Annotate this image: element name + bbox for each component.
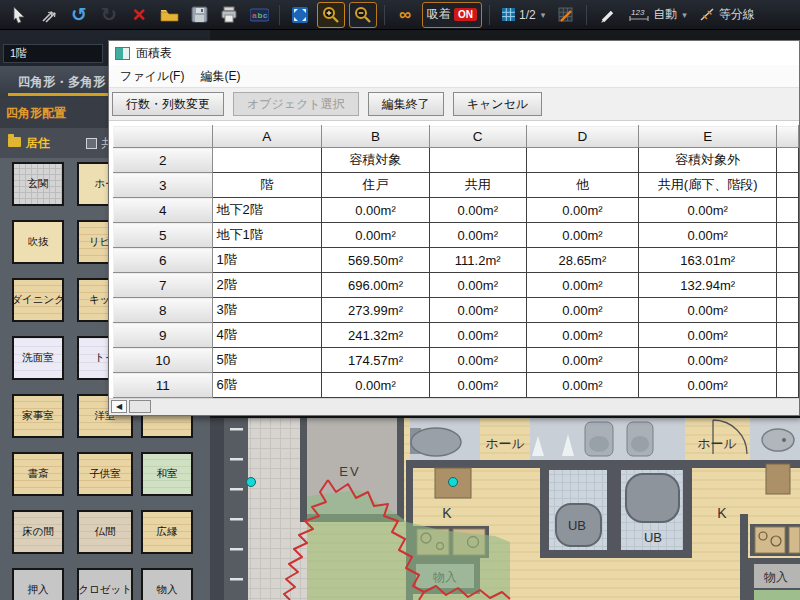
table-cell[interactable]: 174.57m² <box>322 348 430 373</box>
column-header[interactable]: C <box>429 126 526 148</box>
row-header[interactable]: 5 <box>114 223 213 248</box>
table-cell[interactable] <box>526 148 639 173</box>
table-cell[interactable]: 地下2階 <box>212 198 322 223</box>
snap-toggle-button[interactable]: 吸着 ON <box>422 2 482 28</box>
table-cell[interactable]: 共用 <box>429 173 526 198</box>
area-table[interactable]: ABCDE2容積対象容積対象外3階住戸共用他共用(廊下、階段)4地下2階0.00… <box>113 125 799 398</box>
table-cell[interactable]: 0.00m² <box>526 198 639 223</box>
table-cell[interactable]: 3階 <box>212 298 322 323</box>
snap-point[interactable] <box>247 478 256 487</box>
table-cell[interactable]: 0.00m² <box>429 373 526 398</box>
table-cell-partial[interactable] <box>777 173 799 198</box>
table-cell-partial[interactable] <box>777 248 799 273</box>
select-cursor-icon[interactable] <box>6 3 32 27</box>
fit-view-icon[interactable] <box>287 3 313 27</box>
table-cell[interactable]: 241.32m² <box>322 323 430 348</box>
dialog-button[interactable]: 行数・列数変更 <box>112 92 224 116</box>
table-cell[interactable]: 111.2m² <box>429 248 526 273</box>
table-cell[interactable]: 共用(廊下、階段) <box>639 173 777 198</box>
undo-icon[interactable]: ↺ <box>66 3 92 27</box>
table-cell[interactable]: 132.94m² <box>639 273 777 298</box>
table-cell-partial[interactable] <box>777 273 799 298</box>
row-header[interactable]: 9 <box>114 323 213 348</box>
table-cell[interactable]: 5階 <box>212 348 322 373</box>
table-cell[interactable]: 0.00m² <box>639 348 777 373</box>
column-header[interactable]: D <box>526 126 639 148</box>
column-header[interactable]: A <box>212 126 322 148</box>
room-button[interactable]: 子供室 <box>77 452 133 496</box>
row-header[interactable]: 6 <box>114 248 213 273</box>
dialog-titlebar[interactable]: 面積表 <box>109 41 799 65</box>
table-cell[interactable]: 容積対象 <box>322 148 430 173</box>
continuous-mode-icon[interactable]: ∞ <box>392 3 418 27</box>
scroll-thumb[interactable] <box>129 400 151 413</box>
table-cell-partial[interactable] <box>777 198 799 223</box>
table-cell[interactable]: 569.50m² <box>322 248 430 273</box>
room-button[interactable]: クロゼット <box>77 568 133 600</box>
table-cell-partial[interactable] <box>777 298 799 323</box>
divider-line-dropdown[interactable]: 等分線 ▾ <box>695 3 800 27</box>
room-button[interactable]: ダイニング <box>12 278 64 322</box>
row-header[interactable]: 11 <box>114 373 213 398</box>
table-cell[interactable]: 0.00m² <box>429 198 526 223</box>
row-header[interactable]: 4 <box>114 198 213 223</box>
table-cell[interactable]: 0.00m² <box>526 273 639 298</box>
corner-cell[interactable] <box>114 126 213 148</box>
table-cell-partial[interactable] <box>777 223 799 248</box>
table-cell[interactable] <box>212 148 322 173</box>
table-cell[interactable]: 0.00m² <box>526 298 639 323</box>
grid-scale-dropdown[interactable]: 1/2 ▾ <box>497 3 549 27</box>
horizontal-scrollbar[interactable]: ◀ <box>109 398 799 415</box>
table-cell-partial[interactable] <box>777 148 799 173</box>
grid-edit-icon[interactable] <box>553 3 579 27</box>
room-button[interactable]: 家事室 <box>12 394 64 438</box>
table-cell[interactable]: 28.65m² <box>526 248 639 273</box>
table-cell[interactable]: 6階 <box>212 373 322 398</box>
room-button[interactable]: 和室 <box>141 452 193 496</box>
table-cell[interactable]: 0.00m² <box>322 223 430 248</box>
table-cell[interactable]: 0.00m² <box>322 373 430 398</box>
room-button[interactable]: 書斎 <box>12 452 64 496</box>
table-cell[interactable]: 0.00m² <box>429 223 526 248</box>
table-cell[interactable]: 0.00m² <box>429 273 526 298</box>
table-cell[interactable]: 住戸 <box>322 173 430 198</box>
room-button[interactable]: 広縁 <box>141 510 193 554</box>
table-cell[interactable]: 273.99m² <box>322 298 430 323</box>
room-button[interactable]: 仏間 <box>77 510 133 554</box>
row-header[interactable]: 10 <box>114 348 213 373</box>
table-cell-partial[interactable] <box>777 323 799 348</box>
room-button[interactable]: 玄関 <box>12 162 64 206</box>
auto-dimension-dropdown[interactable]: 123 自動 ▾ <box>624 3 691 27</box>
table-cell[interactable]: 0.00m² <box>639 298 777 323</box>
table-cell[interactable]: 0.00m² <box>639 373 777 398</box>
scroll-left-arrow[interactable]: ◀ <box>111 400 127 413</box>
table-cell[interactable]: 0.00m² <box>429 348 526 373</box>
row-header[interactable]: 7 <box>114 273 213 298</box>
table-cell[interactable]: 0.00m² <box>526 323 639 348</box>
table-cell[interactable]: 0.00m² <box>429 298 526 323</box>
table-cell[interactable]: 0.00m² <box>322 198 430 223</box>
zoom-in-button[interactable] <box>317 2 345 28</box>
row-header[interactable]: 2 <box>114 148 213 173</box>
room-button[interactable]: 物入 <box>141 568 193 600</box>
menu-item[interactable]: 編集(E) <box>193 66 247 87</box>
table-cell[interactable]: 0.00m² <box>639 323 777 348</box>
column-header[interactable]: B <box>322 126 430 148</box>
pen-tool-icon[interactable] <box>594 3 620 27</box>
table-cell[interactable]: 0.00m² <box>429 323 526 348</box>
table-cell[interactable] <box>429 148 526 173</box>
open-folder-icon[interactable] <box>156 3 182 27</box>
delete-icon[interactable]: × <box>126 3 152 27</box>
menu-item[interactable]: ファイル(F) <box>113 66 191 87</box>
abc-label-icon[interactable]: abc <box>246 3 272 27</box>
snap-point[interactable] <box>449 478 458 487</box>
table-cell[interactable]: 0.00m² <box>639 223 777 248</box>
table-cell[interactable]: 163.01m² <box>639 248 777 273</box>
table-cell[interactable]: 容積対象外 <box>639 148 777 173</box>
table-cell[interactable]: 0.00m² <box>639 198 777 223</box>
row-header[interactable]: 3 <box>114 173 213 198</box>
column-header[interactable]: E <box>639 126 777 148</box>
zoom-out-button[interactable] <box>349 2 377 28</box>
room-button[interactable]: 押入 <box>12 568 64 600</box>
table-cell[interactable]: 696.00m² <box>322 273 430 298</box>
